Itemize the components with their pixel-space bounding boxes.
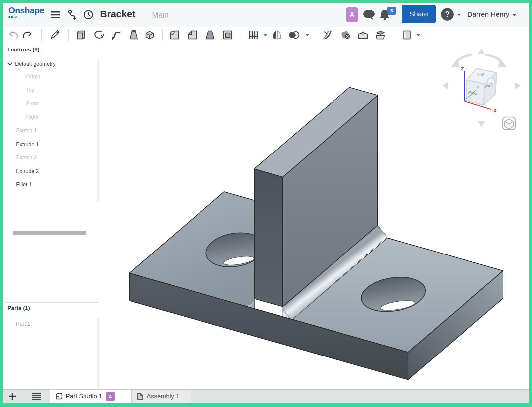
- feature-item-fillet1[interactable]: Fillet 1: [16, 180, 109, 190]
- parts-scrollbar[interactable]: [97, 318, 99, 390]
- feature-label: Extrude 1: [16, 142, 39, 148]
- notification-count-badge: 3: [387, 7, 396, 15]
- workspace-name[interactable]: Main: [152, 11, 169, 20]
- tab-label: Assembly 1: [147, 393, 179, 400]
- draft-icon[interactable]: [204, 29, 216, 41]
- section-dropdown-caret[interactable]: [416, 34, 420, 36]
- feature-tree-root[interactable]: Default geometry: [7, 59, 100, 69]
- toolbar-separator: [427, 29, 427, 41]
- toolbar-separator: [392, 29, 392, 41]
- toolbar-separator: [68, 29, 69, 41]
- toolbar-separator: [162, 29, 163, 41]
- feature-label: Front: [26, 101, 38, 107]
- move-face-icon[interactable]: [357, 29, 369, 41]
- shell-icon[interactable]: [221, 29, 233, 41]
- tab-label: Part Studio 1: [66, 393, 102, 400]
- versions-icon[interactable]: [68, 3, 78, 27]
- y-axis-label: Y: [477, 86, 479, 90]
- add-tab-button[interactable]: [7, 391, 18, 402]
- rotate-down-arrow: [478, 121, 485, 127]
- parts-panel-title: Parts (1): [7, 305, 30, 312]
- model-3d-bracket[interactable]: Top Front Right Z X Y: [101, 43, 529, 389]
- boolean-icon[interactable]: [288, 29, 300, 41]
- feature-root-label: Default geometry: [15, 61, 56, 67]
- rotate-left-arrow: [442, 82, 448, 89]
- rotate-up-arrow: [478, 49, 485, 54]
- user-dropdown-caret: [512, 14, 516, 16]
- user-menu[interactable]: Darren Henry: [467, 10, 516, 18]
- avatar[interactable]: A: [346, 7, 358, 22]
- panel-divider: [5, 302, 99, 303]
- z-axis-label: Z: [461, 66, 464, 71]
- notification-bell-icon[interactable]: [378, 3, 391, 27]
- onshape-app: Onshape BETA Bracket Main A 3 Share ?: [0, 0, 532, 407]
- hamburger-menu-icon[interactable]: [51, 3, 61, 27]
- features-scrollbar[interactable]: [97, 60, 99, 202]
- share-button[interactable]: Share: [402, 5, 436, 23]
- sweep-icon[interactable]: [110, 29, 122, 41]
- feature-item-sketch2[interactable]: Sketch 2: [16, 153, 109, 163]
- pattern-dropdown-caret[interactable]: [263, 34, 267, 36]
- split-icon[interactable]: [321, 29, 333, 41]
- section-view-icon[interactable]: [401, 29, 413, 41]
- thicken-icon[interactable]: [144, 29, 156, 41]
- rollback-bar[interactable]: [13, 231, 86, 235]
- tab-assembly-1[interactable]: Assembly 1: [132, 390, 191, 403]
- tab-bar: Part Studio 1 A Assembly 1: [3, 389, 529, 403]
- toolbar-separator: [241, 29, 241, 41]
- x-axis-label: X: [493, 108, 497, 113]
- graphics-viewport[interactable]: Top Front Right Z X Y: [101, 43, 529, 389]
- feature-label: Right: [26, 114, 38, 120]
- feature-label: Extrude 2: [16, 168, 39, 174]
- feature-toolbar: [3, 27, 529, 44]
- feature-item-sketch1[interactable]: Sketch 1: [16, 126, 109, 136]
- top-bar: Onshape BETA Bracket Main A 3 Share ?: [3, 3, 529, 27]
- logo-text: Onshape: [8, 6, 48, 15]
- chamfer-icon[interactable]: [186, 29, 198, 41]
- features-panel-title: Features (9): [7, 47, 39, 53]
- feature-label: Fillet 1: [16, 182, 32, 188]
- replace-face-icon[interactable]: [374, 29, 386, 41]
- tab-version-badge: A: [106, 392, 115, 401]
- comment-icon[interactable]: [362, 3, 376, 27]
- feature-label: Sketch 2: [16, 155, 37, 161]
- redo-icon[interactable]: [21, 29, 33, 41]
- fillet-icon[interactable]: [168, 29, 180, 41]
- feature-label: Top: [26, 87, 35, 93]
- rotate-right-arrow: [515, 82, 521, 89]
- revolve-icon[interactable]: [93, 29, 105, 41]
- feature-item-extrude1[interactable]: Extrude 1: [16, 140, 109, 150]
- logo-beta-label: BETA: [8, 15, 48, 18]
- onshape-logo[interactable]: Onshape BETA: [8, 6, 48, 18]
- undo-icon[interactable]: [7, 29, 19, 41]
- isometric-view-button[interactable]: [503, 117, 515, 130]
- document-title[interactable]: Bracket: [100, 9, 135, 20]
- view-cube[interactable]: Top Front Right Z X Y: [442, 49, 521, 127]
- part-studio-icon: [55, 392, 63, 400]
- toolbar-separator: [316, 29, 316, 41]
- help-button[interactable]: ?: [441, 8, 454, 21]
- part-item-part1[interactable]: Part 1: [16, 319, 109, 329]
- feature-item-extrude2[interactable]: Extrude 2: [16, 166, 109, 176]
- toolbar-separator: [41, 29, 42, 41]
- tab-list-icon[interactable]: [31, 391, 42, 402]
- linear-pattern-icon[interactable]: [247, 29, 259, 41]
- app-window: Onshape BETA Bracket Main A 3 Share ?: [3, 3, 529, 403]
- extrude-icon[interactable]: [75, 29, 87, 41]
- tab-part-studio-1[interactable]: Part Studio 1 A: [50, 390, 132, 403]
- user-name-label: Darren Henry: [467, 10, 509, 18]
- delete-face-icon[interactable]: [340, 29, 352, 41]
- part-label: Part 1: [16, 321, 30, 327]
- help-dropdown-caret[interactable]: [457, 14, 461, 16]
- feature-label: Origin: [26, 74, 40, 80]
- sketch-icon[interactable]: [49, 29, 61, 41]
- boolean-dropdown-caret[interactable]: [305, 34, 309, 36]
- loft-icon[interactable]: [128, 29, 140, 41]
- assembly-icon: [136, 392, 144, 400]
- feature-label: Sketch 1: [16, 128, 37, 134]
- mirror-icon[interactable]: [271, 29, 283, 41]
- history-icon[interactable]: [83, 3, 94, 27]
- features-panel: Features (9) Default geometry Origin Top…: [3, 43, 101, 389]
- chevron-down-icon: [7, 62, 12, 66]
